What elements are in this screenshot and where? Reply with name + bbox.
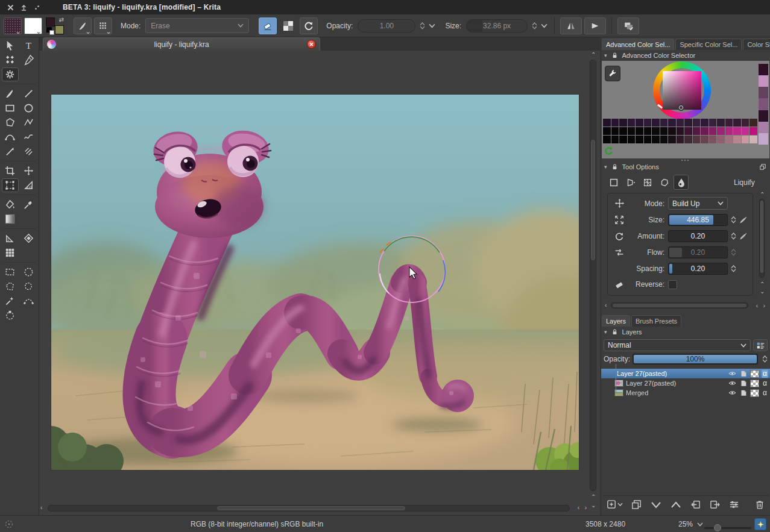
- history-swatch[interactable]: [725, 136, 733, 143]
- history-swatch[interactable]: [652, 119, 660, 127]
- canvas-region[interactable]: ⌃ ⌃ ⌄ ‹ ‹ ›: [39, 51, 600, 515]
- history-swatch[interactable]: [725, 119, 733, 127]
- window-shade-button[interactable]: [18, 2, 29, 13]
- liquify-flow-slider[interactable]: 0.20: [668, 246, 728, 258]
- perspective-mode-button[interactable]: [623, 175, 638, 190]
- amount-pressure-button[interactable]: [737, 231, 750, 241]
- duplicate-layer-button[interactable]: [631, 499, 642, 510]
- selection-mode-icon[interactable]: [4, 519, 14, 529]
- history-swatch[interactable]: [611, 136, 619, 143]
- zoom-slider-handle[interactable]: [714, 524, 721, 531]
- vertical-mirror-button[interactable]: [584, 17, 606, 34]
- history-swatch[interactable]: [717, 136, 725, 143]
- scroll-down-icon[interactable]: ⌄: [591, 502, 596, 509]
- history-swatch[interactable]: [668, 119, 676, 127]
- inherit-alpha-icon[interactable]: α: [762, 389, 768, 397]
- color-marker[interactable]: [678, 104, 684, 111]
- lock-icon[interactable]: [611, 163, 619, 171]
- tool-edit-shapes[interactable]: [2, 53, 19, 67]
- history-swatch[interactable]: [636, 119, 643, 127]
- liquify-move-button[interactable]: [610, 198, 628, 209]
- layer-style-icon[interactable]: [739, 369, 748, 378]
- history-swatch[interactable]: [628, 119, 636, 127]
- spacing-spin[interactable]: [730, 265, 737, 272]
- history-swatch[interactable]: [684, 119, 692, 127]
- tool-pattern-edit[interactable]: [2, 67, 19, 81]
- shade-swatch[interactable]: [759, 122, 768, 133]
- cage-mode-button[interactable]: [657, 175, 672, 190]
- tool-rect-select[interactable]: [2, 265, 19, 279]
- liquify-mode-button[interactable]: [674, 175, 689, 190]
- tab-brush-presets[interactable]: Brush Presets: [631, 315, 681, 327]
- tool-freehand-path[interactable]: [21, 130, 37, 144]
- shade-swatch[interactable]: [759, 98, 768, 110]
- refresh-history-button[interactable]: [604, 146, 614, 156]
- tool-polyline[interactable]: [21, 116, 37, 130]
- move-into-group-button[interactable]: [690, 499, 701, 510]
- vscroll-thumb[interactable]: [760, 201, 763, 273]
- foreground-color-swatch[interactable]: [46, 17, 55, 27]
- horizontal-scroll-thumb[interactable]: [217, 506, 405, 510]
- collapse-triangle-icon[interactable]: ▾: [604, 164, 607, 170]
- tool-similar-select[interactable]: [2, 294, 19, 308]
- tool-line[interactable]: [21, 87, 37, 101]
- tool-polygon[interactable]: [2, 116, 19, 130]
- history-swatch[interactable]: [668, 127, 676, 135]
- float-docker-button[interactable]: [759, 163, 767, 171]
- history-swatch[interactable]: [644, 119, 652, 127]
- history-swatch[interactable]: [701, 127, 708, 135]
- history-swatch[interactable]: [709, 119, 717, 127]
- move-out-of-group-button[interactable]: [709, 499, 721, 510]
- tool-multibrush[interactable]: [21, 145, 37, 158]
- shade-strip[interactable]: [759, 64, 768, 145]
- history-swatch[interactable]: [742, 119, 749, 127]
- history-swatch[interactable]: [660, 119, 668, 127]
- tool-ellipse-select[interactable]: [21, 265, 37, 279]
- tool-polygonal-select[interactable]: [2, 280, 19, 293]
- tool-rectangle[interactable]: [2, 101, 19, 115]
- history-swatch[interactable]: [644, 127, 652, 135]
- liquify-mode-dropdown[interactable]: Build Up: [668, 197, 728, 210]
- size-options-chevron[interactable]: [541, 23, 548, 28]
- shade-swatch[interactable]: [759, 75, 768, 87]
- tool-options-hscrollbar[interactable]: ‹: [605, 302, 748, 309]
- history-swatch[interactable]: [742, 127, 749, 135]
- opacity-slider[interactable]: 1.00: [358, 19, 415, 33]
- history-swatch[interactable]: [709, 136, 717, 143]
- zoom-slider[interactable]: [704, 527, 751, 529]
- scroll-left-icon[interactable]: ‹: [40, 505, 42, 511]
- history-swatch[interactable]: [660, 127, 668, 135]
- scroll-right-icon[interactable]: ›: [585, 505, 587, 511]
- history-swatch[interactable]: [677, 136, 684, 143]
- history-swatch[interactable]: [652, 127, 660, 135]
- layer-row[interactable]: Mergedα: [601, 388, 770, 398]
- eye-icon[interactable]: [728, 389, 737, 397]
- history-swatch[interactable]: [717, 119, 725, 127]
- collapse-triangle-icon[interactable]: ▾: [604, 329, 607, 335]
- alpha-checker-thumbnail[interactable]: [750, 389, 759, 397]
- tool-measure[interactable]: [21, 178, 37, 192]
- scroll-up-icon[interactable]: ⌃: [760, 281, 765, 287]
- history-swatch[interactable]: [749, 127, 757, 135]
- pattern-chooser-button[interactable]: ⌄: [24, 17, 42, 34]
- history-swatch[interactable]: [717, 127, 725, 135]
- history-swatch[interactable]: [701, 136, 708, 143]
- tool-calligraphy[interactable]: [21, 53, 37, 67]
- history-swatch[interactable]: [733, 136, 741, 143]
- history-swatch[interactable]: [644, 136, 652, 143]
- liquify-spacing-slider[interactable]: 0.20: [668, 263, 728, 275]
- scroll-left-icon[interactable]: ‹: [578, 505, 579, 511]
- history-swatch[interactable]: [636, 136, 643, 143]
- alpha-checker-thumbnail[interactable]: [750, 370, 759, 378]
- history-swatch[interactable]: [636, 127, 643, 135]
- tool-reference-images[interactable]: [21, 231, 37, 245]
- history-swatch[interactable]: [709, 127, 717, 135]
- collapse-triangle-icon[interactable]: ▾: [604, 52, 607, 58]
- document-tab[interactable]: liquify - liquify.kra ✕: [43, 37, 320, 51]
- tool-dynamic-brush[interactable]: [2, 145, 19, 158]
- background-color-swatch[interactable]: [55, 25, 64, 34]
- history-swatch[interactable]: [619, 136, 627, 143]
- history-swatch[interactable]: [628, 127, 636, 135]
- history-swatch[interactable]: [668, 136, 676, 143]
- eye-icon[interactable]: [728, 379, 737, 387]
